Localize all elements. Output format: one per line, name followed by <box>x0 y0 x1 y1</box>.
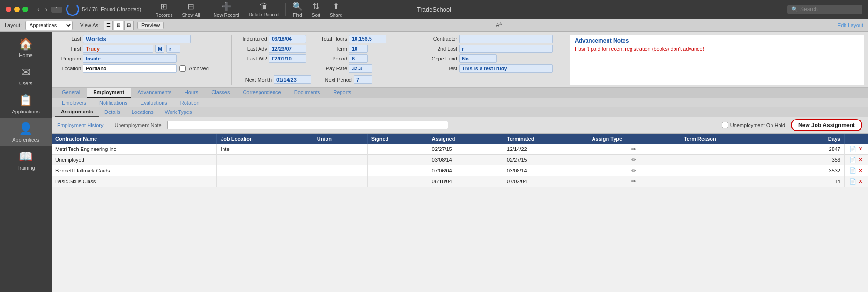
subtab-notifications[interactable]: Notifications <box>93 98 134 107</box>
mid-top: Indentured 06/18/04 Last Adv 12/23/07 La… <box>237 35 419 74</box>
last-value[interactable]: Worlds <box>83 35 191 43</box>
subtab2-work-types[interactable]: Work Types <box>159 107 198 117</box>
traffic-lights <box>6 7 28 12</box>
view-table-button[interactable]: ⊞ <box>114 21 123 30</box>
td-location-1 <box>217 155 313 165</box>
delete-button-1[interactable]: ✕ <box>858 157 863 163</box>
maximize-button[interactable] <box>22 7 28 12</box>
new-record-button[interactable]: ➕ New Record <box>209 0 244 19</box>
td-union-3 <box>313 176 367 187</box>
next-period-value[interactable]: 7 <box>354 75 372 84</box>
find-button[interactable]: 🔍 Find <box>288 0 307 19</box>
nav-forward-button[interactable]: › <box>44 5 50 14</box>
employment-history-link[interactable]: Employment History <box>57 122 103 128</box>
period-value[interactable]: 6 <box>349 54 368 63</box>
share-button[interactable]: ⬆ Share <box>325 0 347 19</box>
subtab-evaluations[interactable]: Evaluations <box>134 98 174 107</box>
td-assigned-3: 06/18/04 <box>428 176 503 187</box>
tab-general[interactable]: General <box>55 88 87 98</box>
subtab2-details[interactable]: Details <box>99 107 126 117</box>
delete-button-0[interactable]: ✕ <box>858 146 863 152</box>
assign-type-edit-1[interactable]: ✏ <box>631 157 636 163</box>
td-days-3: 14 <box>777 176 844 187</box>
unemployment-hold-checkbox[interactable] <box>722 122 728 128</box>
td-actions-0: 📄 ✕ <box>845 144 868 155</box>
term-value[interactable]: 10 <box>349 45 368 53</box>
test-value[interactable]: This is a testTrudy <box>459 64 553 73</box>
subtab2-locations[interactable]: Locations <box>126 107 159 117</box>
records-button[interactable]: ⊞ Records <box>150 0 177 19</box>
tab-reports[interactable]: Reports <box>326 88 358 98</box>
view-columns-button[interactable]: ⊟ <box>124 21 134 30</box>
minimize-button[interactable] <box>14 7 20 12</box>
assign-type-edit-2[interactable]: ✏ <box>631 167 636 174</box>
edit-layout-button[interactable]: Edit Layout <box>838 22 863 28</box>
mid-left: Indentured 06/18/04 Last Adv 12/23/07 La… <box>237 35 306 74</box>
location-value[interactable]: Portland <box>83 64 177 73</box>
unemployment-note-input[interactable] <box>167 121 448 129</box>
indentured-value[interactable]: 06/18/04 <box>269 35 306 43</box>
delete-button-3[interactable]: ✕ <box>858 178 863 185</box>
subtab2-assignments[interactable]: Assignments <box>55 107 99 117</box>
layout-select[interactable]: Apprentices <box>25 21 73 30</box>
archived-checkbox[interactable] <box>179 65 186 72</box>
program-value[interactable]: Inside <box>83 54 177 63</box>
search-area: 🔍 <box>787 5 862 14</box>
middle-value[interactable]: M <box>155 45 164 53</box>
nav-back-button[interactable]: ‹ <box>36 5 42 14</box>
subtab-employers[interactable]: Employers <box>55 98 93 107</box>
tab-correspondence[interactable]: Correspondence <box>236 88 287 98</box>
total-hours-value[interactable]: 10,156.5 <box>349 35 386 43</box>
pay-rate-value[interactable]: 32.3 <box>349 64 372 73</box>
tab-employment[interactable]: Employment <box>87 88 131 98</box>
tab-hours[interactable]: Hours <box>178 88 205 98</box>
delete-record-button[interactable]: 🗑 Delete Record <box>244 0 283 18</box>
pay-rate-label: Pay Rate <box>312 66 347 71</box>
copy-button-3[interactable]: 📄 <box>849 178 856 185</box>
first-value[interactable]: Trudy <box>83 45 153 53</box>
view-list-button[interactable]: ☰ <box>104 21 113 30</box>
table-header-row: Contractor Name Job Location Union Signe… <box>52 134 868 144</box>
main-tab-row: General Employment Advancements Hours Cl… <box>52 88 868 98</box>
assign-type-edit-0[interactable]: ✏ <box>631 146 636 152</box>
last-wr-value[interactable]: 02/01/10 <box>269 54 306 63</box>
close-button[interactable] <box>6 7 11 12</box>
sidebar-label-applications: Applications <box>12 109 39 114</box>
assign-type-edit-3[interactable]: ✏ <box>631 178 636 185</box>
td-assign-type-3: ✏ <box>588 176 680 187</box>
search-input[interactable] <box>800 6 856 13</box>
delete-button-2[interactable]: ✕ <box>858 167 863 174</box>
td-contractor-2: Bennett Hallmark Cards <box>52 165 217 176</box>
cope-fund-value[interactable]: No <box>459 54 497 63</box>
sidebar-item-training[interactable]: 📖 Training <box>0 146 52 174</box>
sort-button[interactable]: ⇅ Sort <box>307 0 325 19</box>
tab-documents[interactable]: Documents <box>288 88 327 98</box>
second-last-value[interactable]: r <box>459 45 553 53</box>
copy-button-1[interactable]: 📄 <box>849 157 856 163</box>
td-terminated-3: 07/02/04 <box>503 176 588 187</box>
view-as-label: View As: <box>80 22 100 28</box>
tab-classes[interactable]: Classes <box>205 88 236 98</box>
suffix-value[interactable]: r <box>166 45 180 53</box>
show-all-button[interactable]: ⊟ Show All <box>177 0 204 19</box>
sidebar-item-apprentices[interactable]: 👤 Apprentices <box>0 118 52 146</box>
sidebar-item-applications[interactable]: 📋 Applications <box>0 90 52 118</box>
last-adv-value[interactable]: 12/23/07 <box>269 45 306 53</box>
th-assign-type: Assign Type <box>588 134 680 144</box>
sub-tab-row1: Employers Notifications Evaluations Rota… <box>52 98 868 107</box>
preview-button[interactable]: Preview <box>137 22 164 29</box>
first-label: First <box>55 46 81 52</box>
sidebar-item-users[interactable]: ✉ Users <box>0 62 52 90</box>
copy-button-0[interactable]: 📄 <box>849 146 856 152</box>
subtab-rotation[interactable]: Rotation <box>174 98 206 107</box>
copy-button-2[interactable]: 📄 <box>849 167 856 174</box>
td-assign-type-1: ✏ <box>588 155 680 165</box>
contractor-value[interactable] <box>459 35 553 43</box>
new-job-assignment-button[interactable]: New Job Assignment <box>791 119 862 131</box>
sidebar-item-home[interactable]: 🏠 Home <box>0 34 52 62</box>
next-month-value[interactable]: 01/14/23 <box>274 75 311 84</box>
tab-advancements[interactable]: Advancements <box>131 88 178 98</box>
toolbar-divider2 <box>285 3 286 16</box>
td-actions-3: 📄 ✕ <box>845 176 868 187</box>
cope-fund-label: Cope Fund <box>427 56 457 61</box>
